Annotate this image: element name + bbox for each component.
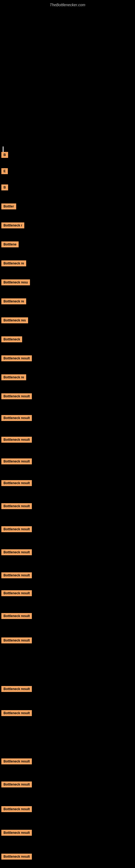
result-badge-31[interactable]: Bottleneck result [1, 830, 32, 836]
result-badge-18[interactable]: Bottleneck result [1, 480, 32, 486]
result-badge-6[interactable]: Bottlene [1, 241, 18, 247]
top-black-section [0, 8, 135, 144]
result-badge-15[interactable]: Bottleneck result [1, 415, 32, 421]
result-badge-21[interactable]: Bottleneck result [1, 549, 32, 555]
result-badge-4[interactable]: Bottler [1, 204, 16, 209]
result-badge-13[interactable]: Bottleneck re [1, 374, 26, 380]
result-badge-2[interactable]: E [1, 168, 8, 174]
result-badge-11[interactable]: Bottleneck [1, 336, 22, 342]
result-badge-23[interactable]: Bottleneck result [1, 590, 32, 596]
result-badge-7[interactable]: Bottleneck re [1, 260, 26, 267]
result-badge-14[interactable]: Bottleneck result [1, 393, 32, 399]
result-badge-28[interactable]: Bottleneck result [1, 758, 32, 764]
result-badge-27[interactable]: Bottleneck result [1, 710, 32, 716]
result-badge-12[interactable]: Bottleneck result [1, 355, 32, 361]
result-badge-24[interactable]: Bottleneck result [1, 613, 32, 619]
result-badge-1[interactable]: B [1, 152, 8, 158]
result-badge-25[interactable]: Bottleneck result [1, 638, 32, 643]
result-badge-30[interactable]: Bottleneck result [1, 806, 32, 812]
result-badge-17[interactable]: Bottleneck result [1, 458, 32, 464]
result-badge-22[interactable]: Bottleneck result [1, 572, 32, 578]
site-title: TheBottlenecker.com [0, 0, 135, 8]
result-badge-20[interactable]: Bottleneck result [1, 526, 32, 532]
result-badge-26[interactable]: Bottleneck result [1, 686, 32, 692]
result-badge-10[interactable]: Bottleneck res [1, 317, 28, 323]
result-badge-32[interactable]: Bottleneck result [1, 854, 32, 860]
result-badge-9[interactable]: Bottleneck re [1, 299, 26, 304]
result-badge-3[interactable]: B [1, 184, 8, 190]
result-badge-8[interactable]: Bottleneck resu [1, 279, 30, 285]
result-badge-19[interactable]: Bottleneck result [1, 503, 32, 509]
result-badge-16[interactable]: Bottleneck result [1, 437, 32, 443]
result-badge-5[interactable]: Bottleneck r [1, 222, 24, 228]
result-badge-29[interactable]: Bottleneck result [1, 781, 32, 787]
